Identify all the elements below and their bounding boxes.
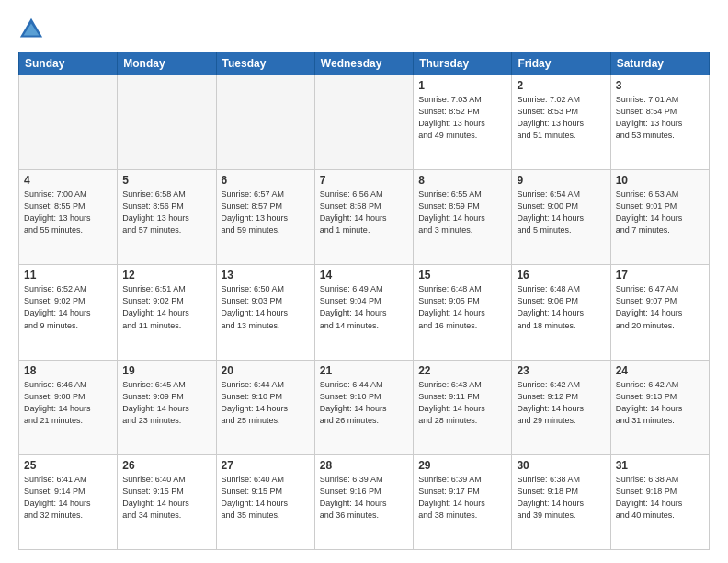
weekday-header-row: SundayMondayTuesdayWednesdayThursdayFrid… — [19, 52, 710, 75]
calendar-cell: 6Sunrise: 6:57 AM Sunset: 8:57 PM Daylig… — [216, 170, 314, 265]
calendar-cell: 15Sunrise: 6:48 AM Sunset: 9:05 PM Dayli… — [414, 265, 512, 360]
day-number: 10 — [616, 174, 704, 187]
calendar-cell: 18Sunrise: 6:46 AM Sunset: 9:08 PM Dayli… — [19, 360, 118, 454]
calendar-cell — [118, 75, 216, 170]
calendar-cell — [216, 75, 314, 170]
weekday-header-thursday: Thursday — [414, 52, 512, 75]
day-number: 13 — [222, 269, 310, 282]
calendar-cell: 31Sunrise: 6:38 AM Sunset: 9:18 PM Dayli… — [610, 454, 709, 549]
day-info: Sunrise: 6:46 AM Sunset: 9:08 PM Dayligh… — [24, 379, 112, 427]
calendar-cell — [314, 75, 413, 170]
day-number: 17 — [616, 269, 704, 282]
weekday-header-friday: Friday — [512, 52, 610, 75]
day-number: 15 — [418, 269, 506, 282]
day-number: 4 — [24, 174, 112, 187]
week-row-3: 11Sunrise: 6:52 AM Sunset: 9:02 PM Dayli… — [19, 265, 710, 360]
day-info: Sunrise: 6:49 AM Sunset: 9:04 PM Dayligh… — [320, 283, 408, 331]
day-info: Sunrise: 6:43 AM Sunset: 9:11 PM Dayligh… — [418, 379, 506, 427]
calendar-cell: 23Sunrise: 6:42 AM Sunset: 9:12 PM Dayli… — [512, 360, 610, 454]
calendar-cell: 29Sunrise: 6:39 AM Sunset: 9:17 PM Dayli… — [414, 454, 512, 549]
day-number: 22 — [418, 364, 506, 377]
header — [18, 17, 710, 42]
day-number: 29 — [418, 459, 506, 472]
day-info: Sunrise: 6:38 AM Sunset: 9:18 PM Dayligh… — [517, 474, 605, 522]
calendar-cell: 20Sunrise: 6:44 AM Sunset: 9:10 PM Dayli… — [216, 360, 314, 454]
weekday-header-monday: Monday — [118, 52, 216, 75]
day-info: Sunrise: 6:55 AM Sunset: 8:59 PM Dayligh… — [418, 189, 506, 236]
calendar-cell: 13Sunrise: 6:50 AM Sunset: 9:03 PM Dayli… — [216, 265, 314, 360]
weekday-header-wednesday: Wednesday — [314, 52, 413, 75]
day-info: Sunrise: 6:52 AM Sunset: 9:02 PM Dayligh… — [24, 283, 112, 331]
day-info: Sunrise: 7:02 AM Sunset: 8:53 PM Dayligh… — [517, 94, 605, 142]
day-number: 8 — [418, 174, 506, 187]
calendar-cell: 16Sunrise: 6:48 AM Sunset: 9:06 PM Dayli… — [512, 265, 610, 360]
page: SundayMondayTuesdayWednesdayThursdayFrid… — [0, 0, 728, 563]
day-number: 16 — [517, 269, 605, 282]
calendar-cell: 26Sunrise: 6:40 AM Sunset: 9:15 PM Dayli… — [118, 454, 216, 549]
day-info: Sunrise: 6:51 AM Sunset: 9:02 PM Dayligh… — [122, 283, 210, 331]
day-info: Sunrise: 6:38 AM Sunset: 9:18 PM Dayligh… — [616, 474, 704, 522]
day-info: Sunrise: 6:56 AM Sunset: 8:58 PM Dayligh… — [320, 189, 408, 236]
week-row-5: 25Sunrise: 6:41 AM Sunset: 9:14 PM Dayli… — [19, 454, 710, 549]
weekday-header-sunday: Sunday — [19, 52, 118, 75]
calendar-cell: 4Sunrise: 7:00 AM Sunset: 8:55 PM Daylig… — [19, 170, 118, 265]
day-number: 20 — [222, 364, 310, 377]
day-number: 5 — [122, 174, 210, 187]
calendar-cell: 21Sunrise: 6:44 AM Sunset: 9:10 PM Dayli… — [314, 360, 413, 454]
weekday-header-tuesday: Tuesday — [216, 52, 314, 75]
calendar-cell: 30Sunrise: 6:38 AM Sunset: 9:18 PM Dayli… — [512, 454, 610, 549]
calendar-cell: 28Sunrise: 6:39 AM Sunset: 9:16 PM Dayli… — [314, 454, 413, 549]
day-number: 3 — [616, 79, 704, 92]
calendar-cell: 8Sunrise: 6:55 AM Sunset: 8:59 PM Daylig… — [414, 170, 512, 265]
day-number: 1 — [418, 79, 506, 92]
calendar-cell: 12Sunrise: 6:51 AM Sunset: 9:02 PM Dayli… — [118, 265, 216, 360]
day-number: 14 — [320, 269, 408, 282]
calendar-cell: 7Sunrise: 6:56 AM Sunset: 8:58 PM Daylig… — [314, 170, 413, 265]
day-info: Sunrise: 6:53 AM Sunset: 9:01 PM Dayligh… — [616, 189, 704, 236]
day-info: Sunrise: 6:54 AM Sunset: 9:00 PM Dayligh… — [517, 189, 605, 236]
day-info: Sunrise: 6:57 AM Sunset: 8:57 PM Dayligh… — [222, 189, 310, 236]
day-number: 9 — [517, 174, 605, 187]
day-info: Sunrise: 7:00 AM Sunset: 8:55 PM Dayligh… — [24, 189, 112, 236]
calendar-cell: 10Sunrise: 6:53 AM Sunset: 9:01 PM Dayli… — [610, 170, 709, 265]
day-info: Sunrise: 6:44 AM Sunset: 9:10 PM Dayligh… — [320, 379, 408, 427]
day-info: Sunrise: 7:01 AM Sunset: 8:54 PM Dayligh… — [616, 94, 704, 142]
week-row-2: 4Sunrise: 7:00 AM Sunset: 8:55 PM Daylig… — [19, 170, 710, 265]
weekday-header-saturday: Saturday — [610, 52, 709, 75]
day-number: 11 — [24, 269, 112, 282]
day-number: 25 — [24, 459, 112, 472]
day-info: Sunrise: 6:48 AM Sunset: 9:06 PM Dayligh… — [517, 283, 605, 331]
calendar-cell: 11Sunrise: 6:52 AM Sunset: 9:02 PM Dayli… — [19, 265, 118, 360]
calendar-cell: 25Sunrise: 6:41 AM Sunset: 9:14 PM Dayli… — [19, 454, 118, 549]
day-info: Sunrise: 6:41 AM Sunset: 9:14 PM Dayligh… — [24, 474, 112, 522]
logo — [18, 17, 48, 42]
day-info: Sunrise: 6:44 AM Sunset: 9:10 PM Dayligh… — [222, 379, 310, 427]
week-row-4: 18Sunrise: 6:46 AM Sunset: 9:08 PM Dayli… — [19, 360, 710, 454]
day-number: 21 — [320, 364, 408, 377]
day-number: 26 — [122, 459, 210, 472]
logo-icon — [18, 17, 44, 42]
day-number: 2 — [517, 79, 605, 92]
calendar-cell: 17Sunrise: 6:47 AM Sunset: 9:07 PM Dayli… — [610, 265, 709, 360]
calendar-cell: 27Sunrise: 6:40 AM Sunset: 9:15 PM Dayli… — [216, 454, 314, 549]
day-info: Sunrise: 6:40 AM Sunset: 9:15 PM Dayligh… — [122, 474, 210, 522]
day-info: Sunrise: 7:03 AM Sunset: 8:52 PM Dayligh… — [418, 94, 506, 142]
day-number: 27 — [222, 459, 310, 472]
day-info: Sunrise: 6:45 AM Sunset: 9:09 PM Dayligh… — [122, 379, 210, 427]
day-number: 19 — [122, 364, 210, 377]
day-info: Sunrise: 6:42 AM Sunset: 9:12 PM Dayligh… — [517, 379, 605, 427]
calendar-cell: 5Sunrise: 6:58 AM Sunset: 8:56 PM Daylig… — [118, 170, 216, 265]
day-info: Sunrise: 6:39 AM Sunset: 9:16 PM Dayligh… — [320, 474, 408, 522]
calendar-cell: 3Sunrise: 7:01 AM Sunset: 8:54 PM Daylig… — [610, 75, 709, 170]
day-number: 30 — [517, 459, 605, 472]
day-info: Sunrise: 6:48 AM Sunset: 9:05 PM Dayligh… — [418, 283, 506, 331]
calendar-cell: 9Sunrise: 6:54 AM Sunset: 9:00 PM Daylig… — [512, 170, 610, 265]
day-number: 31 — [616, 459, 704, 472]
calendar-cell: 2Sunrise: 7:02 AM Sunset: 8:53 PM Daylig… — [512, 75, 610, 170]
day-number: 6 — [222, 174, 310, 187]
week-row-1: 1Sunrise: 7:03 AM Sunset: 8:52 PM Daylig… — [19, 75, 710, 170]
calendar-cell: 19Sunrise: 6:45 AM Sunset: 9:09 PM Dayli… — [118, 360, 216, 454]
calendar-cell: 14Sunrise: 6:49 AM Sunset: 9:04 PM Dayli… — [314, 265, 413, 360]
day-info: Sunrise: 6:40 AM Sunset: 9:15 PM Dayligh… — [222, 474, 310, 522]
day-info: Sunrise: 6:58 AM Sunset: 8:56 PM Dayligh… — [122, 189, 210, 236]
